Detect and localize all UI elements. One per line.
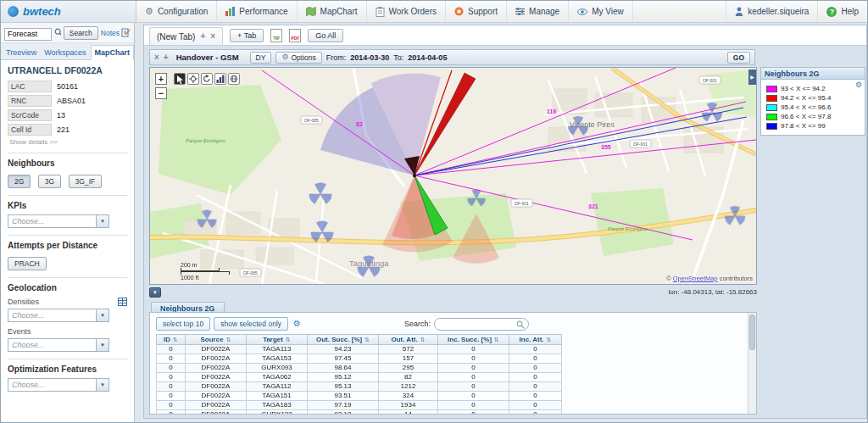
from-label: From:: [326, 53, 347, 62]
nav-performance[interactable]: Performance: [217, 1, 297, 22]
column-header[interactable]: Inc. Att.⇅: [509, 335, 562, 345]
legend-header[interactable]: Neighbours 2G: [760, 67, 865, 80]
column-header[interactable]: ID⇅: [157, 335, 186, 345]
chevron-down-icon[interactable]: ▼: [96, 309, 108, 321]
center-tool-button[interactable]: [187, 73, 199, 85]
legend-entry[interactable]: 97.8 < X <= 99: [766, 122, 861, 130]
map-attribution: © OpenStreetMap contributors: [666, 275, 753, 282]
search-input[interactable]: [4, 28, 52, 41]
close-widget-icon[interactable]: ×: [154, 53, 159, 62]
chevron-down-icon[interactable]: ▼: [96, 379, 108, 391]
cell-title: UTRANCELL DF0022A: [8, 65, 127, 75]
events-combobox[interactable]: Choose... ▼: [8, 338, 109, 352]
go-all-button[interactable]: Go All: [308, 29, 343, 42]
search-button[interactable]: Search: [64, 26, 98, 40]
table-search-input[interactable]: [434, 318, 529, 331]
show-selected-only-button[interactable]: show selected only: [214, 317, 288, 331]
source-cell-point[interactable]: [413, 174, 416, 177]
search-icon[interactable]: [54, 28, 61, 37]
options-button[interactable]: ⚙ Options: [275, 52, 321, 64]
from-date-field[interactable]: 2014-03-30: [350, 53, 389, 62]
sort-icon[interactable]: ⇅: [547, 337, 552, 342]
table-settings-gear-icon[interactable]: ⚙: [293, 320, 301, 328]
optimization-combobox[interactable]: Choose... ▼: [8, 378, 109, 392]
table-row[interactable]: 0 DF0022A TAGA113 94.23 572 0 0: [157, 345, 562, 354]
help-button[interactable]: ? Help: [817, 1, 867, 22]
scrollbar-thumb[interactable]: [749, 314, 755, 350]
osm-link[interactable]: OpenStreetMap: [673, 275, 718, 282]
crosshair-icon: [189, 75, 198, 83]
neighbours-2g-button[interactable]: 2G: [8, 175, 31, 188]
add-subtab-icon[interactable]: +: [200, 32, 205, 41]
table-row[interactable]: 0 DF0022A TAGA151 93.51 324 0 0: [157, 392, 562, 401]
export-pdf-button[interactable]: PDF: [289, 29, 301, 42]
legend-entry[interactable]: 96.6 < X <= 97.8: [766, 113, 861, 120]
notes-icon: [121, 28, 131, 37]
neighbours-panel-body: select top 10 show selected only ⚙ Searc…: [149, 312, 757, 415]
table-scrollbar[interactable]: [748, 313, 756, 414]
map-canvas[interactable]: 82 116 355 321 DF-085 DF-001 DF-001 DF-0…: [150, 68, 756, 284]
column-header[interactable]: Out. Succ. [%]⇅: [308, 335, 379, 345]
field-value: 50161: [57, 82, 78, 91]
sort-icon[interactable]: ⇅: [286, 337, 291, 342]
densities-grid-icon[interactable]: [118, 298, 127, 306]
show-details-link[interactable]: Show details >>: [9, 138, 127, 146]
table-row[interactable]: 0 DF0022A TAGA062 95.12 82 0 0: [157, 373, 562, 382]
legend-collapse-button[interactable]: ▶: [748, 70, 756, 85]
table-row[interactable]: 0 DF0022A TAGA183 97.19 1934 0 0: [157, 401, 562, 410]
to-date-field[interactable]: 2014-04-05: [408, 53, 447, 62]
chevron-down-icon[interactable]: ▼: [96, 339, 108, 351]
table-row[interactable]: 0 DF0022A TAGA112 95.13 1212 0 0: [157, 382, 562, 392]
pointer-tool-button[interactable]: [174, 73, 186, 85]
neighbours-3gif-button[interactable]: 3G_IF: [69, 175, 103, 188]
sort-icon[interactable]: ⇅: [226, 337, 231, 342]
column-header[interactable]: Inc. Succ. [%]⇅: [438, 335, 509, 345]
select-top-10-button[interactable]: select top 10: [156, 317, 210, 331]
legend-gear-icon[interactable]: ⚙: [855, 81, 862, 89]
chevron-down-icon[interactable]: ▼: [96, 215, 108, 227]
new-tab-button[interactable]: + Tab: [230, 29, 264, 42]
table-row[interactable]: 0 DF0022A TAGA153 97.45 157 0 0: [157, 354, 562, 364]
prach-button[interactable]: PRACH: [8, 257, 47, 270]
sort-icon[interactable]: ⇅: [420, 337, 426, 342]
column-header[interactable]: Source⇅: [186, 335, 247, 345]
chart-tool-button[interactable]: [214, 73, 226, 85]
refresh-tool-button[interactable]: [201, 73, 213, 85]
nav-work-orders[interactable]: Work Orders: [367, 1, 447, 22]
go-button[interactable]: GO: [727, 52, 750, 64]
nav-my-view[interactable]: My View: [569, 1, 633, 22]
export-tif-button[interactable]: TIF: [270, 29, 282, 42]
column-header[interactable]: Target⇅: [247, 335, 308, 345]
logo[interactable]: bwtech: [1, 1, 136, 22]
sort-icon[interactable]: ⇅: [494, 337, 499, 342]
map-collapse-button[interactable]: ▼: [149, 287, 161, 298]
legend-entry[interactable]: 94.2 < X <= 95.4: [766, 94, 861, 102]
move-widget-icon[interactable]: +: [164, 53, 169, 62]
notes-link[interactable]: Notes: [101, 28, 131, 37]
zoom-in-button[interactable]: +: [155, 73, 167, 85]
table-row[interactable]: 0 DF0022A GURX122 93.10 14 0 0: [157, 410, 562, 415]
column-header[interactable]: Out. Att.⇅: [379, 335, 438, 345]
nav-support[interactable]: Support: [446, 1, 507, 22]
globe-tool-button[interactable]: [228, 73, 240, 85]
legend-entry[interactable]: 95.4 < X <= 96.6: [766, 103, 861, 111]
user-menu[interactable]: kedeller.siqueira: [726, 1, 817, 22]
kpis-combobox[interactable]: Choose... ▼: [8, 214, 109, 228]
table-row[interactable]: 0 DF0022A GURX093 98.64 295 0 0: [157, 364, 562, 373]
sort-icon[interactable]: ⇅: [364, 337, 370, 342]
nav-mapchart[interactable]: MapChart: [298, 1, 367, 22]
sort-icon[interactable]: ⇅: [173, 337, 178, 342]
tab-treeview[interactable]: Treeview: [3, 46, 40, 59]
nav-configuration[interactable]: ⚙ Configuration: [136, 1, 217, 22]
nav-manage[interactable]: Manage: [507, 1, 569, 22]
tab-workspaces[interactable]: Workspaces: [41, 46, 89, 59]
sidebar-content: UTRANCELL DF0022A LAC 50161 RNC ABSA01: [1, 60, 134, 397]
densities-combobox[interactable]: Choose... ▼: [8, 309, 109, 322]
zoom-out-button[interactable]: −: [155, 87, 167, 99]
active-workspace-tab[interactable]: (New Tab) + ×: [149, 27, 223, 45]
tab-mapchart[interactable]: MapChart: [91, 45, 135, 60]
legend-entry[interactable]: 93 < X <= 94.2: [766, 85, 861, 92]
close-tab-icon[interactable]: ×: [210, 32, 215, 41]
dy-button[interactable]: DY: [250, 52, 272, 64]
neighbours-3g-button[interactable]: 3G: [38, 175, 61, 188]
